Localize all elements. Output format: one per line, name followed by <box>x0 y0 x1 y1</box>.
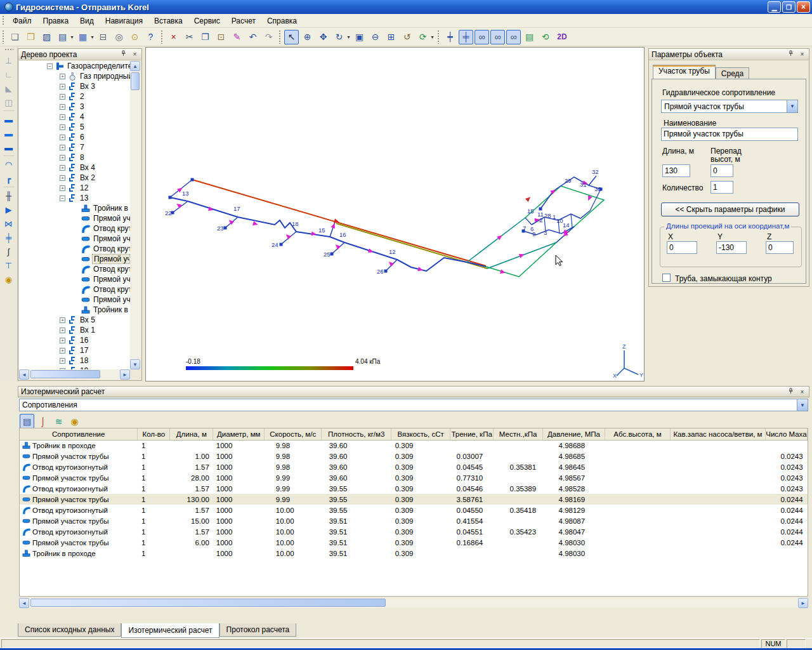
table-row[interactable]: Отвод крутоизогнутый11.57100010.0039.510… <box>20 526 808 537</box>
expand-icon[interactable]: + <box>60 145 65 150</box>
bend-button[interactable]: ◠ <box>1 157 16 171</box>
flow-button[interactable]: ≋ <box>51 414 66 428</box>
table-row[interactable]: Прямой участок трубы11.0010009.9839.600.… <box>20 451 808 461</box>
open-button[interactable]: ❒ <box>23 30 38 44</box>
rotate-dropdown-icon[interactable]: ▾ <box>346 34 351 40</box>
tree-item[interactable]: +Вх 1 <box>19 325 130 335</box>
expand-icon[interactable]: + <box>60 348 65 354</box>
column-header[interactable]: Трение, кПа <box>450 428 494 440</box>
expand-icon[interactable]: + <box>60 328 65 333</box>
help-button[interactable]: ? <box>143 30 158 44</box>
column-header[interactable]: Диаметр, мм <box>213 428 265 440</box>
expand-icon[interactable]: + <box>60 114 65 120</box>
pipe-segment-button[interactable]: ▬ <box>1 112 16 126</box>
fitting-tee-button[interactable]: ⊥ <box>1 53 16 67</box>
table-row[interactable]: Прямой участок трубы128.0010009.9939.600… <box>20 472 808 483</box>
tree-item[interactable]: Отвод крутоизо <box>19 223 130 234</box>
tree-item[interactable]: +12 <box>19 183 130 193</box>
copy-button[interactable]: ❐ <box>198 30 213 44</box>
pan-button[interactable]: ✥ <box>316 30 331 44</box>
tree-item[interactable]: Отвод крутоизо <box>19 264 130 274</box>
find-branch-button[interactable]: ∞ <box>490 30 505 44</box>
fitting-vessel-button[interactable]: ◫ <box>1 95 16 109</box>
tree-item[interactable]: +3 <box>19 102 130 112</box>
result-category-combobox[interactable]: Сопротивления ▼ <box>19 399 808 411</box>
tree-hscrollbar[interactable]: ◄ ► <box>19 369 130 380</box>
closing-pipe-checkbox[interactable] <box>662 274 671 282</box>
tree-item[interactable]: +8 <box>19 152 130 162</box>
column-header[interactable]: Вязкость, сСт <box>391 428 450 440</box>
resistance-combobox[interactable]: Прямой участок трубы ▼ <box>661 100 798 113</box>
tree-item[interactable]: +5 <box>19 122 130 132</box>
table-view-button[interactable]: ▦ <box>75 30 90 44</box>
tee-down-button[interactable]: ⊤ <box>1 258 16 272</box>
column-header[interactable]: Сопротивление <box>20 428 138 440</box>
tree-item[interactable]: Прямой участок <box>19 213 130 223</box>
expand-icon[interactable]: + <box>60 185 65 191</box>
orbit-button[interactable]: ⟳ <box>416 30 430 44</box>
tree-item[interactable]: +17 <box>19 345 130 355</box>
expand-icon[interactable]: + <box>60 104 65 110</box>
gate-valve-button[interactable]: ╪ <box>1 230 16 244</box>
save-button[interactable]: ▨ <box>39 30 54 44</box>
tree-item[interactable]: Прямой участок <box>19 295 130 305</box>
table-row[interactable]: Тройник в проходе1100010.0039.510.3094.9… <box>20 548 808 559</box>
table-row[interactable]: Отвод крутоизогнутый11.5710009.9839.600.… <box>20 461 808 472</box>
calculation-mode-dropdown-icon[interactable]: ▾ <box>69 34 75 40</box>
close-panel-icon[interactable]: × <box>131 50 139 58</box>
database-button[interactable]: ⊙ <box>128 30 142 44</box>
menu-Правка[interactable]: Правка <box>37 15 75 27</box>
mode-2d-button[interactable]: 2D <box>554 30 570 44</box>
scroll-down-icon[interactable]: ▼ <box>130 359 140 369</box>
scroll-right-icon[interactable]: ► <box>798 598 808 608</box>
expand-icon[interactable]: + <box>60 74 65 79</box>
table-row[interactable]: Прямой участок трубы16.00100010.0039.510… <box>20 537 808 548</box>
dimensions-button[interactable]: ╪ <box>459 30 473 44</box>
report-button[interactable]: ▤ <box>522 30 537 44</box>
paste-button[interactable]: ⊡ <box>214 30 228 44</box>
column-header[interactable]: Скорость, м/с <box>265 428 322 440</box>
scroll-right-icon[interactable]: ► <box>120 369 130 380</box>
temperature-button[interactable]: ⌡ <box>36 414 50 428</box>
tree-item[interactable]: +16 <box>19 335 130 345</box>
orbit-dropdown-icon[interactable]: ▾ <box>429 34 435 40</box>
tree-item[interactable]: +Вх 3 <box>19 81 130 91</box>
expand-icon[interactable]: + <box>60 94 65 100</box>
tree-hscroll-thumb[interactable] <box>30 370 100 378</box>
zoom-previous-button[interactable]: ↺ <box>400 30 414 44</box>
redo-button[interactable]: ↷ <box>261 30 276 44</box>
cut-button[interactable]: ✂ <box>182 30 197 44</box>
tree-item[interactable]: +7 <box>19 142 130 152</box>
tab-Участок трубы[interactable]: Участок трубы <box>653 65 716 79</box>
zoom-out-button[interactable]: ⊖ <box>368 30 383 44</box>
expand-icon[interactable]: + <box>60 317 65 323</box>
expand-icon[interactable]: + <box>60 358 65 364</box>
tree-item[interactable]: +6 <box>19 132 130 142</box>
orifice-button[interactable]: ╫ <box>1 189 16 202</box>
table-view-dropdown-icon[interactable]: ▾ <box>89 34 95 40</box>
valve-button[interactable]: ⋈ <box>1 216 16 230</box>
column-header[interactable]: Абс.высота, м <box>605 428 671 440</box>
select-button[interactable]: ↖ <box>284 30 299 44</box>
print-preview-button[interactable]: ◎ <box>112 30 126 44</box>
pump-button[interactable]: ∫ <box>1 244 16 258</box>
tree-item[interactable]: Прямой участок <box>19 274 130 284</box>
drop-field[interactable]: 0 <box>710 164 733 177</box>
column-header[interactable]: Кав.запас насоса/ветви, м <box>670 428 765 440</box>
tab-Среда[interactable]: Среда <box>716 67 749 79</box>
length-field[interactable]: 130 <box>662 164 690 177</box>
hide-graphics-button[interactable]: << Скрыть параметры графики <box>661 202 799 216</box>
table-row[interactable]: Тройник в проходе110009.9839.600.3094.98… <box>20 440 808 451</box>
close-panel-icon[interactable]: × <box>798 388 806 396</box>
projection-x-field[interactable]: 0 <box>667 241 697 254</box>
ring-element-button[interactable]: ◉ <box>1 272 16 286</box>
table-hscrollbar[interactable]: ◄ ► <box>19 598 808 608</box>
scroll-up-icon[interactable]: ▲ <box>130 61 140 71</box>
table-row[interactable]: Прямой участок трубы115.00100010.0039.51… <box>20 515 808 526</box>
tree-item[interactable]: +4 <box>19 112 130 122</box>
pipe-outlet-button[interactable]: ▬ <box>1 140 16 154</box>
calculation-mode-button[interactable]: ▤ <box>55 30 70 44</box>
table-row[interactable]: Прямой участок трубы1130.0010009.9939.55… <box>20 494 808 505</box>
tree-vscrollbar[interactable]: ▲ ▼ <box>130 61 141 369</box>
tab-Список исходных данных[interactable]: Список исходных данных <box>18 623 121 637</box>
